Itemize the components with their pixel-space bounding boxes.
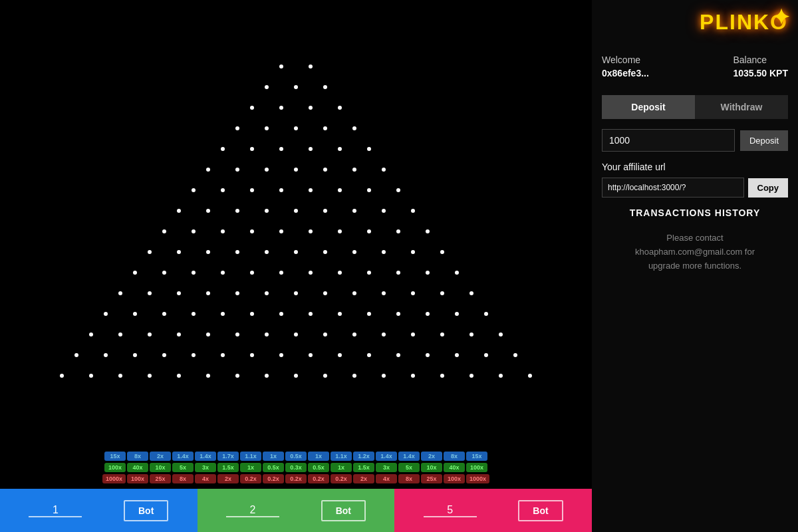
multiplier-btn[interactable]: 25x	[150, 474, 171, 483]
copy-button[interactable]: Copy	[748, 178, 789, 198]
user-info: Welcome 0x86efe3... Balance 1035.50 KPT	[602, 48, 788, 85]
multiplier-btn[interactable]: 40x	[127, 463, 148, 472]
multiplier-btn[interactable]: 2x	[150, 452, 171, 461]
multiplier-btn[interactable]: 1.1x	[331, 452, 352, 461]
multiplier-btn[interactable]: 2x	[421, 452, 442, 461]
bet-input-3[interactable]	[424, 504, 477, 517]
multiplier-btn[interactable]: 8x	[127, 452, 148, 461]
deposit-button[interactable]: Deposit	[740, 130, 788, 151]
multiplier-btn[interactable]: 0.5x	[285, 452, 307, 461]
multiplier-btn[interactable]: 1.4x	[172, 452, 194, 461]
bet-panel-1: Bot	[0, 489, 198, 532]
multiplier-btn[interactable]: 1x	[331, 463, 352, 472]
balance-value: 1035.50 KPT	[733, 68, 789, 78]
multiplier-btn[interactable]: 0.2x	[240, 474, 261, 483]
multiplier-btn[interactable]: 1x	[240, 463, 261, 472]
multiplier-btn[interactable]: 1.5x	[353, 463, 374, 472]
multiplier-row-3: 1000x100x25x8x4x2x0.2x0.2x0.2x0.2x0.2x2x…	[7, 474, 585, 483]
multiplier-btn[interactable]: 0.2x	[263, 474, 284, 483]
left-panel: 15x8x2x1.4x1.4x1.7x1.1x1x0.5x1x1.1x1.2x1…	[0, 0, 592, 532]
user-balance: Balance 1035.50 KPT	[733, 55, 789, 78]
multiplier-btn[interactable]: 0.2x	[331, 474, 352, 483]
multiplier-btn[interactable]: 1.5x	[217, 463, 239, 472]
multiplier-btn[interactable]: 1000x	[102, 474, 126, 483]
plinko-board	[0, 0, 592, 452]
multiplier-btn[interactable]: 0.2x	[308, 474, 329, 483]
multiplier-row-1: 15x8x2x1.4x1.4x1.7x1.1x1x0.5x1x1.1x1.2x1…	[7, 452, 585, 461]
multiplier-btn[interactable]: 25x	[421, 474, 442, 483]
multiplier-btn[interactable]: 3x	[195, 463, 216, 472]
multiplier-btn[interactable]: 5x	[172, 463, 194, 472]
multiplier-btn[interactable]: 2x	[353, 474, 374, 483]
transactions-placeholder: Please contactkhoapham.com@gmail.com for…	[602, 231, 788, 273]
multiplier-btn[interactable]: 100x	[466, 463, 487, 472]
multiplier-btn[interactable]: 0.5x	[263, 463, 284, 472]
multiplier-section: 15x8x2x1.4x1.4x1.7x1.1x1x0.5x1x1.1x1.2x1…	[0, 452, 592, 489]
multiplier-btn[interactable]: 1x	[308, 452, 329, 461]
deposit-input[interactable]	[602, 129, 735, 152]
multiplier-btn[interactable]: 10x	[150, 463, 171, 472]
affiliate-label: Your affiliate url	[602, 162, 788, 172]
balance-label: Balance	[733, 55, 789, 65]
multiplier-btn[interactable]: 1.4x	[195, 452, 216, 461]
multiplier-btn[interactable]: 15x	[466, 452, 487, 461]
multiplier-btn[interactable]: 1.4x	[376, 452, 397, 461]
multiplier-btn[interactable]: 40x	[444, 463, 465, 472]
logo-decoration: ✦	[772, 5, 791, 30]
bet-panel-2: Bot	[198, 489, 395, 532]
bet-panel-3: Bot	[394, 489, 592, 532]
app-logo: PLINKO ✦	[700, 10, 788, 35]
tab-withdraw[interactable]: Withdraw	[695, 95, 788, 119]
bet-section: Bot Bot Bot	[0, 489, 592, 532]
user-address: 0x86efe3...	[602, 68, 649, 78]
multiplier-row-2: 100x40x10x5x3x1.5x1x0.5x0.3x0.5x1x1.5x3x…	[7, 463, 585, 472]
multiplier-btn[interactable]: 8x	[444, 452, 465, 461]
tab-deposit[interactable]: Deposit	[602, 95, 695, 119]
welcome-label: Welcome	[602, 55, 649, 65]
multiplier-btn[interactable]: 1.4x	[398, 452, 420, 461]
multiplier-btn[interactable]: 4x	[195, 474, 216, 483]
multiplier-btn[interactable]: 3x	[376, 463, 397, 472]
multiplier-btn[interactable]: 0.3x	[285, 463, 307, 472]
affiliate-section: Your affiliate url Copy	[602, 162, 788, 198]
multiplier-btn[interactable]: 0.5x	[308, 463, 329, 472]
deposit-area: Deposit	[602, 129, 788, 152]
multiplier-btn[interactable]: 100x	[127, 474, 148, 483]
multiplier-btn[interactable]: 8x	[172, 474, 194, 483]
right-panel: PLINKO ✦ Welcome 0x86efe3... Balance 103…	[592, 0, 798, 532]
transactions-title: TRANSACTIONS HISTORY	[602, 207, 788, 218]
multiplier-btn[interactable]: 100x	[444, 474, 465, 483]
user-welcome: Welcome 0x86efe3...	[602, 55, 649, 78]
bet-input-1[interactable]	[29, 504, 82, 517]
bot-button-2[interactable]: Bot	[321, 500, 366, 521]
multiplier-btn[interactable]: 0.2x	[285, 474, 307, 483]
multiplier-btn[interactable]: 1.2x	[353, 452, 374, 461]
bot-button-1[interactable]: Bot	[124, 500, 168, 521]
multiplier-btn[interactable]: 1.7x	[217, 452, 239, 461]
transactions-section: TRANSACTIONS HISTORY Please contactkhoap…	[602, 207, 788, 522]
multiplier-btn[interactable]: 2x	[217, 474, 239, 483]
multiplier-btn[interactable]: 8x	[398, 474, 420, 483]
multiplier-btn[interactable]: 5x	[398, 463, 420, 472]
bot-button-3[interactable]: Bot	[518, 500, 563, 521]
multiplier-btn[interactable]: 100x	[104, 463, 126, 472]
multiplier-btn[interactable]: 4x	[376, 474, 397, 483]
affiliate-url-row: Copy	[602, 178, 788, 198]
multiplier-btn[interactable]: 1.1x	[240, 452, 261, 461]
multiplier-btn[interactable]: 1000x	[466, 474, 489, 483]
multiplier-btn[interactable]: 10x	[421, 463, 442, 472]
multiplier-btn[interactable]: 15x	[104, 452, 126, 461]
logo-area: PLINKO ✦	[602, 10, 788, 35]
deposit-withdraw-tabs: Deposit Withdraw	[602, 95, 788, 119]
affiliate-url-input[interactable]	[602, 178, 744, 198]
bet-input-2[interactable]	[226, 504, 279, 517]
multiplier-btn[interactable]: 1x	[263, 452, 284, 461]
